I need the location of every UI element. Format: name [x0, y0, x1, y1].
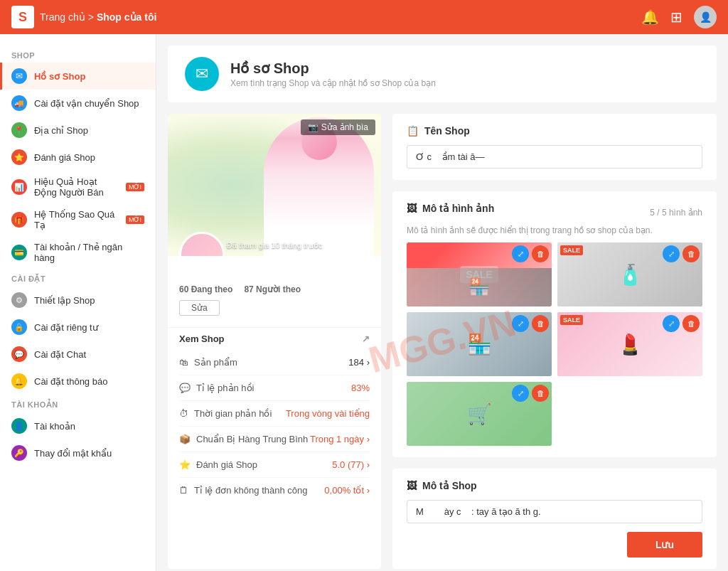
sidebar-item-danh-gia[interactable]: ⭐ Đánh giá Shop — [0, 144, 156, 171]
breadcrumb-home[interactable]: Trang chủ — [40, 11, 85, 23]
image-3-delete[interactable]: 🗑 — [532, 315, 549, 332]
image-2-delete[interactable]: 🗑 — [682, 245, 700, 262]
sidebar-item-he-thong-sao[interactable]: 🎁 Hệ Thống Sao Quá Tạ MỚI — [0, 203, 156, 236]
sidebar-item-chat[interactable]: 💬 Cài đặt Chat — [0, 341, 156, 368]
stat-ti-le-phan-hoi: 💬Tỉ lệ phản hồi 83% — [179, 375, 370, 401]
mo-ta-shop-section: 🖼 Mô tả Shop Lưu — [392, 469, 717, 569]
sidebar-item-ho-so-shop[interactable]: ✉ Hồ sơ Shop — [0, 63, 156, 90]
phan-hoi-label: Tỉ lệ phản hồi — [196, 383, 254, 393]
image-5-delete[interactable]: 🗑 — [532, 385, 549, 402]
image-5-expand[interactable]: ⤢ — [512, 385, 529, 402]
thiet-lap-label: Thiết lập Shop — [34, 295, 95, 306]
ngan-hang-label: Tài khoản / Thẻ ngân hàng — [34, 242, 144, 263]
image-4-expand[interactable]: ⤢ — [663, 315, 680, 332]
section-settings-label: CÀI ĐẶT — [0, 269, 156, 287]
thoi-gian-label: Thời gian phản hồi — [194, 408, 272, 419]
save-button[interactable]: Lưu — [627, 532, 702, 557]
edit-banner-button[interactable]: 📷 Sửa ảnh bìa — [301, 119, 375, 135]
grid-icon[interactable]: ⊞ — [670, 9, 682, 26]
view-shop-bar[interactable]: Xem Shop ↗ — [168, 327, 381, 350]
edit-shop-button[interactable]: Sửa — [179, 300, 220, 316]
image-4-delete[interactable]: 🗑 — [682, 315, 700, 332]
sidebar-item-thong-bao[interactable]: 🔔 Cài đặt thông báo — [0, 368, 156, 395]
following-count: 60 — [179, 284, 188, 294]
shop-card: 📷 Sửa ảnh bìa Đã tham gia 10 tháng trước… — [168, 114, 381, 569]
view-shop-label: Xem Shop — [179, 333, 225, 344]
page-header: ✉ Hồ sơ Shop Xem tình trạng Shop và cập … — [168, 46, 717, 102]
thong-bao-label: Cài đặt thông báo — [34, 376, 107, 387]
phan-hoi-icon: 💬 — [179, 383, 191, 393]
image-3-expand[interactable]: ⤢ — [512, 315, 529, 332]
ten-shop-icon: 📋 — [407, 125, 419, 137]
mo-ta-shop-title: 🖼 Mô tả Shop — [407, 480, 702, 491]
tai-khoan-label: Tài khoản — [34, 421, 75, 432]
sidebar-item-van-chuyen[interactable]: 🚚 Cài đặt vận chuyển Shop — [0, 90, 156, 117]
section-shop-label: SHOP — [0, 46, 156, 63]
thoi-gian-value: Trong vòng vài tiếng — [286, 408, 370, 419]
he-thong-sao-label: Hệ Thống Sao Quá Tạ — [34, 209, 116, 230]
sidebar-item-tai-khoan[interactable]: 👤 Tài khoản — [0, 412, 156, 439]
page-subtitle: Xem tình trạng Shop và cập nhật hồ sơ Sh… — [230, 78, 436, 88]
stat-chuan-bi: 📦Chuẩn Bị Hàng Trung Bình Trong 1 ngày › — [179, 427, 370, 452]
ten-shop-input[interactable] — [407, 145, 702, 169]
sidebar-item-thiet-lap[interactable]: ⚙ Thiết lập Shop — [0, 287, 156, 314]
hieu-qua-icon: 📊 — [11, 179, 27, 195]
image-3-actions: ⤢ 🗑 — [512, 315, 549, 332]
sidebar-item-mat-khau[interactable]: 🔑 Thay đổi mật khẩu — [0, 439, 156, 466]
gallery-note: Mô tả hình ảnh sẽ được hiển thị trong tr… — [407, 225, 702, 235]
mo-ta-hinh-anh-title: 🖼 Mô tả hình ảnh — [407, 203, 494, 214]
following-label: Đang theo — [191, 284, 233, 294]
hieu-qua-badge: MỚI — [126, 183, 144, 191]
van-chuyen-icon: 🚚 — [11, 95, 27, 111]
mo-ta-shop-input[interactable] — [407, 500, 702, 523]
avatar[interactable]: 👤 — [694, 6, 717, 28]
ten-shop-title: 📋 Tên Shop — [407, 125, 702, 137]
image-1-actions: ⤢ 🗑 — [512, 245, 549, 262]
thoi-gian-icon: ⏱ — [179, 408, 188, 419]
mat-khau-label: Thay đổi mật khẩu — [34, 448, 112, 459]
sidebar-item-ngan-hang[interactable]: 💳 Tài khoản / Thẻ ngân hàng — [0, 236, 156, 269]
shop-follow: 60 Đang theo 87 Người theo — [179, 284, 370, 294]
page-header-text: Hồ sơ Shop Xem tình trạng Shop và cập nh… — [230, 60, 436, 88]
mo-ta-shop-icon: 🖼 — [407, 480, 417, 491]
san-pham-label: Sản phẩm — [194, 357, 237, 368]
danh-gia-stat-value: 5.0 (77) › — [332, 459, 370, 470]
image-1-expand[interactable]: ⤢ — [512, 245, 529, 262]
image-1-delete[interactable]: 🗑 — [532, 245, 549, 262]
main-content: ✉ Hồ sơ Shop Xem tình trạng Shop và cập … — [156, 34, 728, 571]
mo-ta-shop-label: Mô tả Shop — [422, 480, 477, 491]
gallery-header: 🖼 Mô tả hình ảnh 5 / 5 hình ảnh — [407, 203, 702, 223]
san-pham-value: 184 › — [348, 357, 370, 368]
ho-so-shop-label: Hồ sơ Shop — [34, 71, 85, 82]
nav-icons: 🔔 ⊞ 👤 — [641, 6, 717, 28]
image-thumb-3: 🏪 ⤢ 🗑 — [407, 312, 552, 376]
danh-gia-stat-label: Đánh giá Shop — [196, 459, 257, 470]
chat-label: Cài đặt Chat — [34, 349, 86, 360]
shop-avatar-area — [179, 232, 225, 256]
bell-icon[interactable]: 🔔 — [641, 9, 659, 26]
image-2-expand[interactable]: ⤢ — [663, 245, 680, 262]
sidebar-item-hieu-qua[interactable]: 📊 Hiệu Quả Hoạt Động Người Bán MỚI — [0, 171, 156, 203]
phan-hoi-value: 83% — [351, 383, 370, 393]
right-panel: 📋 Tên Shop 🖼 Mô tả hình ảnh 5 / 5 hình ả… — [392, 114, 717, 569]
ngan-hang-icon: 💳 — [11, 245, 27, 260]
ho-so-shop-icon: ✉ — [11, 68, 27, 84]
stat-danh-gia: ⭐Đánh giá Shop 5.0 (77) › — [179, 452, 370, 478]
don-khong-icon: 🗒 — [179, 485, 188, 496]
image-2-actions: ⤢ 🗑 — [663, 245, 700, 262]
tai-khoan-icon: 👤 — [11, 418, 27, 434]
sidebar-item-rieng-tu[interactable]: 🔒 Cài đặt riêng tư — [0, 314, 156, 341]
image-thumb-1: SALE 🏪 ⤢ 🗑 — [407, 242, 552, 306]
image-5-actions: ⤢ 🗑 — [512, 385, 549, 402]
image-grid: SALE 🏪 ⤢ 🗑 — [407, 242, 702, 446]
joined-text: Đã tham gia 10 tháng trước — [227, 241, 322, 250]
van-chuyen-label: Cài đặt vận chuyển Shop — [34, 98, 139, 109]
image-count: 5 / 5 hình ảnh — [650, 208, 702, 218]
sidebar-item-dia-chi[interactable]: 📍 Địa chỉ Shop — [0, 117, 156, 144]
breadcrumb-sep: > — [88, 11, 94, 23]
shop-banner: 📷 Sửa ảnh bìa Đã tham gia 10 tháng trước — [168, 114, 381, 256]
page-header-icon: ✉ — [185, 57, 219, 91]
he-thong-sao-badge: MỚI — [126, 215, 144, 224]
dia-chi-label: Địa chỉ Shop — [34, 125, 88, 136]
view-shop-icon: ↗ — [362, 333, 370, 344]
